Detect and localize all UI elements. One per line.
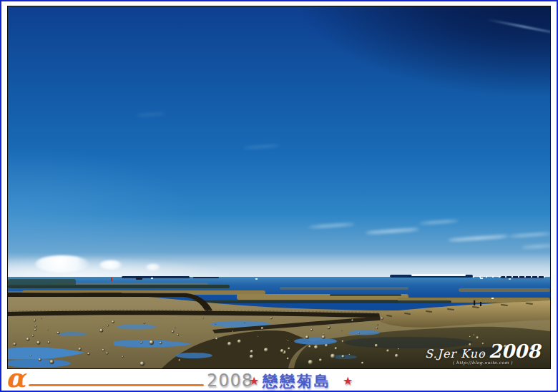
- distant-boat: [151, 278, 153, 279]
- brand-alpha-logo: α: [6, 365, 26, 391]
- tidal-pool: [175, 353, 212, 358]
- signature-name: S.Jer Kuo: [425, 347, 486, 361]
- distant-boat: [255, 278, 258, 280]
- caption-bar: α 2008 ★ 戀戀菊島 ★: [1, 370, 557, 391]
- distant-boat: [509, 278, 511, 280]
- photographer-signature: S.Jer Kuo2008 ( http://blog.xuite.com ): [425, 341, 540, 366]
- person-figure: [474, 300, 475, 305]
- star-icon: ★: [343, 374, 353, 388]
- photograph: S.Jer Kuo2008 ( http://blog.xuite.com ): [7, 6, 551, 369]
- framed-photo-canvas: S.Jer Kuo2008 ( http://blog.xuite.com ) …: [0, 0, 558, 392]
- star-icon: ★: [249, 374, 259, 388]
- person-figure: [480, 302, 481, 306]
- tidal-pool: [348, 330, 380, 335]
- tidal-pool: [294, 338, 337, 345]
- tidal-pool: [58, 332, 87, 336]
- white-bird: [491, 298, 494, 299]
- distant-boat: [480, 278, 483, 279]
- caption-title: 戀戀菊島: [263, 371, 331, 391]
- signature-url: ( http://blog.xuite.com ): [425, 361, 540, 366]
- tidal-flat-foreground: [8, 6, 550, 368]
- tidal-pool: [117, 325, 157, 330]
- caption-year: 2008: [207, 371, 253, 391]
- caption-divider-line: [29, 384, 204, 386]
- signature-year: 2008: [489, 340, 540, 362]
